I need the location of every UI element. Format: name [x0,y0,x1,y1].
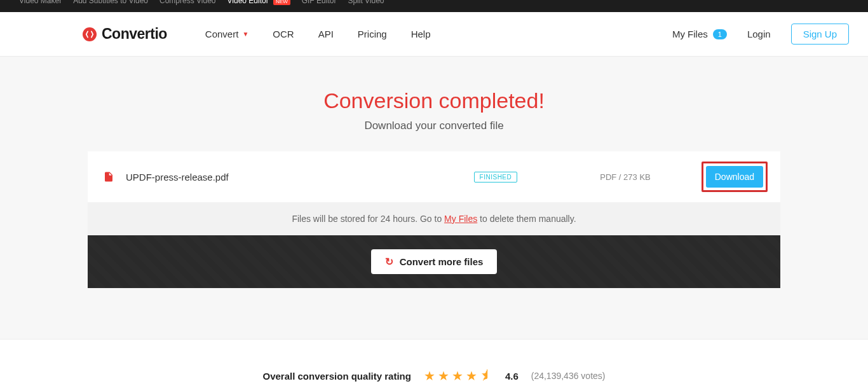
nav-menu: Convert ▼ OCR API Pricing Help [205,29,431,39]
file-row: UPDF-press-release.pdf FINISHED PDF / 27… [88,151,780,202]
chevron-down-icon: ▼ [242,31,248,38]
nav-pricing[interactable]: Pricing [358,29,387,39]
main-header: Convertio Convert ▼ OCR API Pricing Help… [0,12,868,57]
header-right: My Files 1 Login Sign Up [672,24,849,45]
topbar-item-add-subtitles[interactable]: Add Subtitles to Video [73,0,148,5]
new-badge: NEW [273,0,290,5]
star-icon: ★ [466,368,477,383]
top-nav-bar: Video Maker Add Subtitles to Video Compr… [0,0,868,12]
topbar-item-video-maker[interactable]: Video Maker [19,0,62,5]
topbar-item-video-editor[interactable]: Video Editor NEW [227,0,290,5]
rating-label: Overall conversion quality rating [262,371,410,382]
conversion-complete-heading: Conversion completed! [0,88,868,113]
main-content: Conversion completed! Download your conv… [0,57,868,339]
signup-button[interactable]: Sign Up [791,24,849,45]
logo-icon [83,27,97,41]
rating-stars[interactable]: ★ ★ ★ ★ ⯨ [424,368,492,383]
download-button[interactable]: Download [706,166,763,188]
spacer [0,288,868,339]
nav-api[interactable]: API [318,29,334,39]
rating-score: 4.6 [505,371,519,382]
myfiles-link[interactable]: My Files 1 [672,29,727,39]
rating-count: (24,139,436 votes) [531,371,606,381]
myfiles-count-badge: 1 [713,29,727,39]
download-highlight: Download [702,162,768,192]
file-meta: PDF / 273 KB [600,172,650,182]
file-name: UPDF-press-release.pdf [126,172,474,183]
file-list: UPDF-press-release.pdf FINISHED PDF / 27… [88,151,780,288]
pdf-file-icon [100,169,117,185]
star-half-icon: ⯨ [480,368,492,383]
myfiles-inline-link[interactable]: My Files [444,214,477,224]
heading-area: Conversion completed! Download your conv… [0,57,868,151]
convert-more-section: ↻ Convert more files [88,235,780,288]
logo[interactable]: Convertio [83,25,167,43]
nav-ocr[interactable]: OCR [273,29,294,39]
rating-row: Overall conversion quality rating ★ ★ ★ … [0,368,868,383]
status-badge: FINISHED [474,172,518,183]
logo-text: Convertio [102,25,167,43]
star-icon: ★ [424,368,435,383]
topbar-item-compress-video[interactable]: Compress Video [159,0,216,5]
login-link[interactable]: Login [747,29,771,39]
topbar-item-split-video[interactable]: Split Video [348,0,384,5]
conversion-subheading: Download your converted file [0,120,868,132]
storage-note: Files will be stored for 24 hours. Go to… [88,202,780,235]
refresh-icon: ↻ [385,256,393,268]
star-icon: ★ [452,368,463,383]
nav-convert[interactable]: Convert ▼ [205,29,248,39]
convert-more-button[interactable]: ↻ Convert more files [371,249,498,274]
nav-help[interactable]: Help [411,29,431,39]
star-icon: ★ [438,368,449,383]
topbar-item-gif-editor[interactable]: GIF Editor [302,0,337,5]
rating-section: Overall conversion quality rating ★ ★ ★ … [0,339,868,386]
